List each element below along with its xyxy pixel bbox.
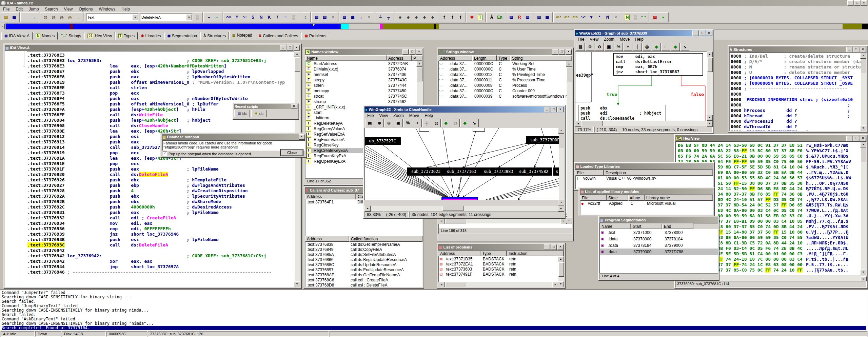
structure-line[interactable]: 0000	[731, 92, 860, 97]
graph-tool-button[interactable]: ◆	[460, 119, 469, 127]
output-line[interactable]: Searching down CASE-INSENSITIVELY for bi…	[2, 321, 866, 326]
minimize-button[interactable]: _	[280, 45, 286, 51]
toolbar-button[interactable]: ▤	[507, 14, 515, 21]
col-name[interactable]: Name	[600, 223, 631, 229]
graph-tool-button[interactable]: ┼	[633, 43, 642, 51]
graph-tool-button[interactable]: □	[662, 43, 670, 51]
nav-segment-data3[interactable]	[843, 24, 862, 29]
scroll-up-button[interactable]: ▲	[416, 61, 422, 67]
close-button[interactable]: ×	[557, 107, 564, 112]
names-col-p[interactable]: P	[412, 55, 422, 61]
disasm-line[interactable]: .text:37376942 xor eax, eax	[27, 259, 294, 264]
minimize-button[interactable]: _	[402, 49, 409, 55]
ida-view-client[interactable]: → .text:373768E3.text:373768E3 loc_37376…	[5, 51, 300, 288]
names-row[interactable]: Fstrlen37377444	[305, 83, 422, 88]
toolbar-button[interactable]: Å	[488, 14, 496, 21]
close-button[interactable]: ×	[706, 31, 712, 36]
toolbar-button[interactable]: N	[604, 14, 612, 21]
graph-node[interactable]: sub_37373883	[479, 167, 517, 176]
scroll-thumb[interactable]	[861, 148, 866, 162]
structure-line[interactable]: 0000 _PROCESS_INFORMATION struc ; (sizeo…	[731, 97, 860, 102]
ida-view-titlebar[interactable]: ▤ IDA View-A _ □ ×	[5, 45, 300, 51]
string-row[interactable]: "...".data:37...00000008CProcess	[438, 83, 572, 88]
hex-row[interactable]: 85 F6 74 2A 6A 5C 56 E8-21 0B 00 00 59 5…	[678, 154, 860, 159]
toolbar-button[interactable]: ▒	[290, 14, 298, 21]
search-type-combo[interactable]: Text▼	[86, 14, 139, 21]
maximize-button[interactable]: □	[853, 136, 859, 141]
app-close-button[interactable]: ×	[861, 0, 867, 6]
problems-titlebar[interactable]: ▤ List of problems _ □ ×	[438, 244, 564, 250]
graph-canvas[interactable]: mov edi, eax call ds:GetLastError cmp ea…	[575, 52, 708, 122]
graph-tool-button[interactable]: %	[403, 119, 412, 127]
toolbar-button[interactable]: ×	[329, 14, 337, 21]
scroll-left-button[interactable]: ◄	[438, 218, 445, 224]
toolbar-button[interactable]: ▼	[587, 14, 595, 21]
notepad-popup-checkbox[interactable]: ✓ Pop up the notepad when the database i…	[163, 152, 251, 156]
toolbar-button[interactable]: ◎	[58, 14, 66, 21]
disasm-line[interactable]: .text:37376920 call ds:DeleteFileA	[27, 172, 294, 177]
graph-node-closehandle[interactable]: CloseHandle	[441, 197, 478, 200]
scroll-up-button[interactable]: ▲	[860, 53, 866, 59]
minimize-button[interactable]: _	[544, 107, 550, 112]
graph-node-1[interactable]: mov edi, eax call ds:GetLastError cmp ea…	[613, 53, 703, 76]
app-maximize-button[interactable]: □	[854, 0, 860, 6]
scroll-left-button[interactable]: ◄	[364, 206, 371, 212]
graph-tool-button[interactable]: ◆	[441, 119, 450, 127]
minimize-button[interactable]: _	[846, 136, 852, 141]
toolbar-button[interactable]: −	[205, 14, 213, 21]
callee-row[interactable]: .text:37376866call ds:BeginUpdateResourc…	[305, 257, 422, 262]
toolbar-button[interactable]: ✱	[468, 14, 476, 21]
scroll-thumb[interactable]	[445, 282, 466, 287]
close-button[interactable]: ×	[860, 136, 866, 141]
maximize-button[interactable]: □	[551, 244, 557, 250]
col-description[interactable]: Description	[604, 170, 713, 176]
disasm-code[interactable]: .text:373768E3.text:373768E3 loc_373768E…	[27, 53, 294, 287]
structures-vscrollbar[interactable]: ▲▼	[861, 53, 866, 131]
tab-structures[interactable]: ÅStructures	[200, 32, 229, 40]
nav-segment-data[interactable]	[383, 24, 434, 29]
scroll-thumb[interactable]	[559, 134, 564, 148]
toolbar-button[interactable]: ▤	[2, 14, 10, 21]
structure-line[interactable]: 0000 ; Ins/Del : create/delete structure	[731, 54, 860, 59]
graph-tool-button[interactable]: ⊕	[375, 119, 384, 127]
toolbar-button[interactable]: 010	[571, 14, 579, 21]
search-text-combo[interactable]: DeleteFileA▼	[140, 14, 193, 21]
scroll-right-button[interactable]: ►	[707, 121, 713, 127]
string-row[interactable]: "...".data:37...0000000CC% User Time	[438, 66, 572, 72]
names-row[interactable]: Fstrcmp37377462	[305, 99, 422, 104]
graph-tool-button[interactable]: ▤	[576, 43, 585, 51]
graph-tool-button[interactable]: ⊕	[586, 43, 594, 51]
menu-file[interactable]: File	[364, 113, 376, 118]
names-col-address[interactable]: Address	[387, 55, 412, 61]
nav-segment-free[interactable]	[439, 24, 843, 29]
string-row[interactable]: "...".data:37...00000011C% Processor Tim…	[438, 77, 572, 83]
problem-row[interactable]: ▤text:37372EA1BADSTACKretn	[438, 261, 564, 266]
col-file[interactable]: File	[580, 195, 607, 201]
disasm-line[interactable]: .text:373768E7 push ebx ; lpOverlapped	[27, 69, 294, 74]
toolbar-button[interactable]: +	[213, 14, 221, 21]
segment-row[interactable]: ▣.data373790003737D788	[600, 249, 718, 255]
tab-names[interactable]: NNames	[33, 32, 58, 40]
toolbar-button[interactable]: ↓	[74, 14, 82, 21]
names-row[interactable]: CStartAddress37372DAB	[305, 61, 422, 66]
structures-client[interactable]: 0000 ; Ins/Del : create/delete structure…	[729, 53, 867, 132]
problem-row[interactable]: ▤text:37373603BADSTACKretn	[438, 266, 564, 272]
toolbar-button[interactable]: ▤	[651, 14, 659, 21]
minimize-button[interactable]: _	[692, 31, 698, 36]
scroll-down-button[interactable]: ▼	[860, 125, 866, 131]
close-button[interactable]: ×	[860, 47, 866, 52]
problems-col-instruction[interactable]: Instruction	[507, 251, 564, 256]
nav-segment-end[interactable]	[862, 24, 868, 29]
toolbar-button[interactable]: S	[249, 14, 257, 21]
tab-segmentation[interactable]: ▣Segmentation	[164, 32, 200, 40]
toolbar-button[interactable]: ".."	[639, 14, 648, 21]
callee-row[interactable]: .text:37376897call ds:EndUpdateResourceA	[305, 267, 422, 272]
toolbar-button[interactable]: 010	[563, 14, 571, 21]
toolbar-button[interactable]: 'x'	[241, 14, 249, 21]
xrefs-hscrollbar[interactable]: ◄►	[364, 206, 564, 211]
structure-line[interactable]: 0010 _PROCESS_INFORMATION ends	[731, 130, 860, 132]
graph-node[interactable]: sub_37374582	[515, 167, 552, 176]
close-button[interactable]: ×	[291, 104, 297, 109]
structure-line[interactable]: 0000 ; D/A/* : create structure member (…	[731, 59, 860, 64]
disasm-line[interactable]: .text:3737693C call ds:DeleteFileA	[27, 242, 294, 248]
